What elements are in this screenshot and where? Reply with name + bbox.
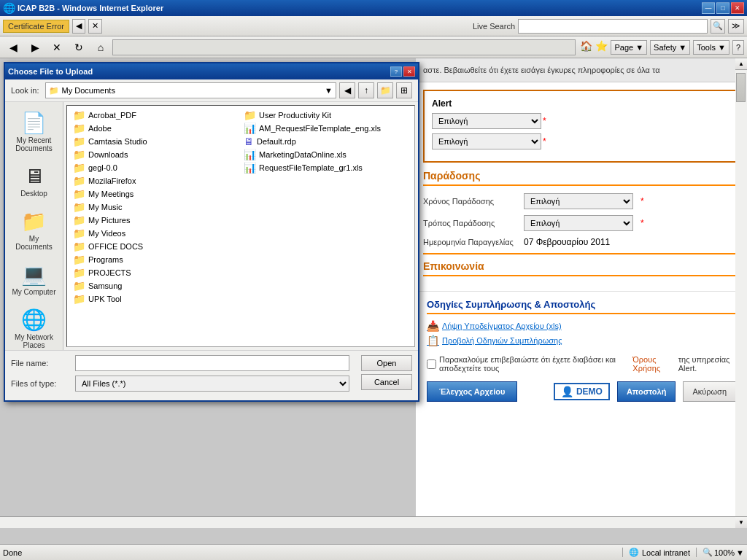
nav-stop-button[interactable]: ✕ [47,39,67,56]
forward-nav-button[interactable]: ✕ [88,19,102,34]
delivery-title: Παράδοσης [423,170,740,186]
left-panel-network[interactable]: 🌐 My NetworkPlaces [8,305,61,352]
ie-home-icon: 🏠 [580,40,592,55]
dialog-open-button[interactable]: Open [361,355,412,371]
dialog-titlebar: Choose File to Upload ? ✕ [5,63,418,79]
file-item-request-template[interactable]: 📊 RequestFileTemplate_gr1.xls [241,161,411,174]
nav-folder-button[interactable]: 📁 [377,82,393,98]
file-item-upk-folder[interactable]: 📁 User Productivity Kit [241,109,411,122]
file-item-am-template[interactable]: 📊 AM_RequestFileTemplate_eng.xls [241,122,411,135]
extras-button[interactable]: ≫ [728,19,744,34]
nav-home-button[interactable]: ⌂ [90,39,111,56]
terms-checkbox[interactable] [427,359,436,369]
filetype-select[interactable]: All Files (*.*) [75,376,349,392]
filetype-label: Files of type: [11,379,69,388]
nav-up-button[interactable]: ↑ [358,82,374,98]
download-template-link[interactable]: 📥 Λήψη Υποδείγματος Αρχείου (xls) [427,320,736,332]
scroll-up-button[interactable]: ▲ [735,58,747,70]
dialog-file-area[interactable]: 📁 Acrobat_PDF 📁 Adobe 📁 Camtasia Studio [66,105,415,347]
horizontal-scrollbar[interactable] [0,516,735,528]
required-star-2: * [543,136,546,147]
nav-refresh-button[interactable]: ↻ [69,39,89,56]
search-input[interactable] [518,19,708,34]
file-item-marketing[interactable]: 📊 MarketingDataOnline.xls [241,148,411,161]
dialog-close-button[interactable]: ✕ [403,66,415,77]
nav-forward-button[interactable]: ▶ [25,39,45,56]
file-item-meetings[interactable]: 📁 My Meetings [70,187,241,201]
filename-row: File name: [11,355,349,371]
file-upload-dialog: Choose File to Upload ? ✕ Look in: 📁 My … [4,62,419,402]
file-item-gegl[interactable]: 📁 gegl-0.0 [70,161,241,174]
form-action-row: Έλεγχος Αρχείου 👤 DEMO Αποστολή Ακύρωση [427,381,736,402]
status-text: Done [3,548,622,557]
nav-view-button[interactable]: ⊞ [396,82,412,98]
terms-row: Παρακαλούμε επιβεβαιώστε ότι έχετε διαβά… [427,355,736,373]
file-item-mozila[interactable]: 📁 MozilaFirefox [70,174,241,187]
my-documents-icon: 📁 [21,209,47,233]
scrollbar-right[interactable]: ▲ ▼ [735,58,747,528]
dialog-help-button[interactable]: ? [390,66,402,77]
file-item-office[interactable]: 📁 OFFICE DOCS [70,240,241,253]
file-item-samsung[interactable]: 📁 Samsung [70,279,241,292]
nav-back-button[interactable]: ◀ [3,39,23,56]
address-bar[interactable] [112,39,576,55]
check-file-button[interactable]: Έλεγχος Αρχείου [427,381,517,402]
delivery-time-select[interactable]: Επιλογή [524,193,633,209]
ie-window: 🌐 ICAP B2B - Windows Internet Explorer —… [0,0,747,560]
file-item-upk[interactable]: 📁 UPK Tool [70,292,241,306]
back-nav-button[interactable]: ◀ [72,19,85,34]
close-button[interactable]: ✕ [731,2,744,14]
instructions-title: Οδηγίες Συμπλήρωσης & Αποστολής [427,299,736,314]
ie-titlebar: 🌐 ICAP B2B - Windows Internet Explorer —… [0,0,747,16]
terms-link[interactable]: Όρους Χρήσης [632,355,675,373]
folder-mozila-icon: 📁 [73,175,85,187]
tools-menu-button[interactable]: Tools ▼ [693,40,729,55]
file-item-programs[interactable]: 📁 Programs [70,253,241,266]
delivery-method-select[interactable]: Επιλογή [524,215,633,231]
scroll-down-button[interactable]: ▼ [735,516,747,528]
left-panel-computer[interactable]: 💻 My Computer [8,260,61,299]
file-item-camtasia[interactable]: 📁 Camtasia Studio [70,135,241,148]
webpage-right-panel: αστε. Βεβαιωθείτε ότι έχετε εισάγει έγκυ… [416,58,747,528]
submit-button[interactable]: Αποστολή [617,381,676,402]
folder-projects-icon: 📁 [73,267,85,279]
instructions-icon: 📋 [427,335,439,346]
look-in-combo[interactable]: 📁 My Documents ▼ [45,82,336,98]
dialog-cancel-button[interactable]: Cancel [361,374,412,390]
delivery-method-label: Τρόπος Παράδοσης [423,219,518,228]
page-menu-button[interactable]: Page ▼ [611,40,647,55]
view-instructions-link[interactable]: 📋 Προβολή Οδηγιών Συμπλήρωσης [427,335,736,346]
desktop-icon: 🖥 [24,164,44,188]
left-panel-my-docs[interactable]: 📁 My Documents [8,206,61,254]
required-star-4: * [640,218,644,228]
folder-icon: 📁 [49,86,59,96]
dialog-title: Choose File to Upload [8,67,390,76]
cancel-button[interactable]: Ακύρωση [683,381,736,402]
scroll-thumb[interactable] [736,73,746,102]
nav-back-button[interactable]: ◀ [339,82,355,98]
folder-gegl-icon: 📁 [73,162,85,174]
ie-title: ICAP B2B - Windows Internet Explorer [18,4,702,12]
search-button[interactable]: 🔍 [711,19,725,34]
file-item-projects[interactable]: 📁 PROJECTS [70,266,241,279]
download-icon: 📥 [427,320,439,332]
file-item-downloads[interactable]: 📁 Downloads [70,148,241,161]
status-zone: 🌐 Local intranet [622,548,690,557]
safety-menu-button[interactable]: Safety ▼ [650,40,690,55]
file-item-default-rdp[interactable]: 🖥 Default.rdp [241,135,411,148]
filename-input[interactable] [75,355,349,371]
minimize-button[interactable]: — [702,2,715,14]
alert-select-1[interactable]: Επιλογή [432,113,541,129]
select-row-1: Επιλογή * [432,113,731,129]
left-panel-recent[interactable]: 📄 My RecentDocuments [8,108,61,155]
file-item-music[interactable]: 📁 My Music [70,201,241,214]
alert-select-2[interactable]: Επιλογή [432,133,541,149]
file-item-adobe[interactable]: 📁 Adobe [70,122,241,135]
help-button[interactable]: ? [732,40,744,55]
maximize-button[interactable]: □ [716,2,729,14]
file-item-acrobat[interactable]: 📁 Acrobat_PDF [70,109,241,122]
left-panel-desktop[interactable]: 🖥 Desktop [8,161,61,201]
demo-icon: 👤 [561,386,573,397]
file-item-pictures[interactable]: 📁 My Pictures [70,214,241,227]
file-item-videos[interactable]: 📁 My Videos [70,227,241,240]
